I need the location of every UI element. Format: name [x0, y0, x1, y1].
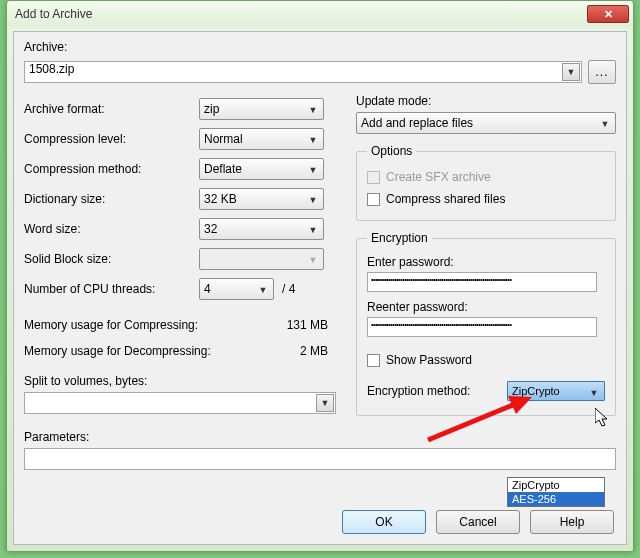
close-button[interactable]: ✕ — [587, 5, 629, 23]
word-select[interactable]: 32 ▼ — [199, 218, 324, 240]
format-label: Archive format: — [24, 102, 199, 116]
update-value: Add and replace files — [361, 116, 473, 130]
update-select[interactable]: Add and replace files ▼ — [356, 112, 616, 134]
encryption-method-select[interactable]: ZipCrypto ▼ — [507, 381, 605, 401]
word-value: 32 — [204, 222, 217, 236]
window-title: Add to Archive — [15, 7, 587, 21]
mem-compress-value: 131 MB — [278, 318, 338, 332]
format-select[interactable]: zip ▼ — [199, 98, 324, 120]
chevron-down-icon: ▼ — [306, 103, 320, 117]
left-column: Archive format: zip ▼ Compression level:… — [24, 94, 338, 416]
show-password-label: Show Password — [386, 353, 472, 367]
shared-label: Compress shared files — [386, 192, 505, 206]
browse-label: ... — [595, 65, 608, 79]
chevron-down-icon: ▼ — [306, 223, 320, 237]
encryption-method-value: ZipCrypto — [512, 385, 560, 397]
encryption-option-zipcrypto[interactable]: ZipCrypto — [508, 478, 604, 492]
dict-select[interactable]: 32 KB ▼ — [199, 188, 324, 210]
ok-button[interactable]: OK — [342, 510, 426, 534]
format-value: zip — [204, 102, 219, 116]
chevron-down-icon[interactable]: ▼ — [316, 394, 334, 412]
client-area: Archive: 1508.zip ▼ ... Archive format: … — [13, 31, 627, 545]
chevron-down-icon: ▼ — [306, 253, 320, 267]
archive-combobox[interactable]: 1508.zip ▼ — [24, 61, 582, 83]
split-combobox[interactable]: ▼ — [24, 392, 336, 414]
show-password-checkbox[interactable] — [367, 354, 380, 367]
threads-value: 4 — [204, 282, 211, 296]
enter-password-input[interactable]: ••••••••••••••••••••••••••••••••••••••••… — [367, 272, 597, 292]
shared-checkbox[interactable] — [367, 193, 380, 206]
encryption-legend: Encryption — [367, 231, 432, 245]
browse-button[interactable]: ... — [588, 60, 616, 84]
encryption-method-label: Encryption method: — [367, 384, 507, 398]
mem-decompress-value: 2 MB — [278, 344, 338, 358]
parameters-input[interactable] — [24, 448, 616, 470]
threads-select[interactable]: 4 ▼ — [199, 278, 274, 300]
block-select: ▼ — [199, 248, 324, 270]
method-select[interactable]: Deflate ▼ — [199, 158, 324, 180]
archive-value: 1508.zip — [29, 62, 74, 76]
chevron-down-icon: ▼ — [306, 163, 320, 177]
method-label: Compression method: — [24, 162, 199, 176]
options-group: Options Create SFX archive Compress shar… — [356, 144, 616, 221]
help-button[interactable]: Help — [530, 510, 614, 534]
mem-compress-label: Memory usage for Compressing: — [24, 318, 278, 332]
sfx-checkbox — [367, 171, 380, 184]
reenter-password-input[interactable]: ••••••••••••••••••••••••••••••••••••••••… — [367, 317, 597, 337]
block-label: Solid Block size: — [24, 252, 199, 266]
dialog-buttons: OK Cancel Help — [342, 510, 614, 534]
mem-decompress-label: Memory usage for Decompressing: — [24, 344, 278, 358]
method-value: Deflate — [204, 162, 242, 176]
parameters-label: Parameters: — [24, 430, 89, 444]
archive-label: Archive: — [24, 40, 67, 54]
level-select[interactable]: Normal ▼ — [199, 128, 324, 150]
cancel-button[interactable]: Cancel — [436, 510, 520, 534]
sfx-label: Create SFX archive — [386, 170, 491, 184]
level-label: Compression level: — [24, 132, 199, 146]
enter-password-label: Enter password: — [367, 255, 454, 269]
update-label: Update mode: — [356, 94, 431, 108]
dict-value: 32 KB — [204, 192, 237, 206]
reenter-password-label: Reenter password: — [367, 300, 468, 314]
word-label: Word size: — [24, 222, 199, 236]
level-value: Normal — [204, 132, 243, 146]
chevron-down-icon: ▼ — [306, 193, 320, 207]
threads-suffix: / 4 — [282, 282, 295, 296]
chevron-down-icon: ▼ — [587, 386, 601, 400]
chevron-down-icon[interactable]: ▼ — [562, 63, 580, 81]
split-label: Split to volumes, bytes: — [24, 374, 147, 388]
chevron-down-icon: ▼ — [256, 283, 270, 297]
content: Archive: 1508.zip ▼ ... Archive format: … — [14, 32, 626, 478]
chevron-down-icon: ▼ — [306, 133, 320, 147]
encryption-option-aes256[interactable]: AES-256 — [508, 492, 604, 506]
encryption-group: Encryption Enter password: •••••••••••••… — [356, 231, 616, 416]
right-column: Update mode: Add and replace files ▼ Opt… — [356, 94, 616, 416]
options-legend: Options — [367, 144, 416, 158]
close-icon: ✕ — [604, 8, 613, 21]
chevron-down-icon: ▼ — [598, 117, 612, 131]
dialog-window: Add to Archive ✕ Archive: 1508.zip ▼ ... — [6, 0, 634, 552]
dict-label: Dictionary size: — [24, 192, 199, 206]
threads-label: Number of CPU threads: — [24, 282, 199, 296]
encryption-method-dropdown[interactable]: ZipCrypto AES-256 — [507, 477, 605, 507]
titlebar[interactable]: Add to Archive ✕ — [7, 1, 633, 27]
